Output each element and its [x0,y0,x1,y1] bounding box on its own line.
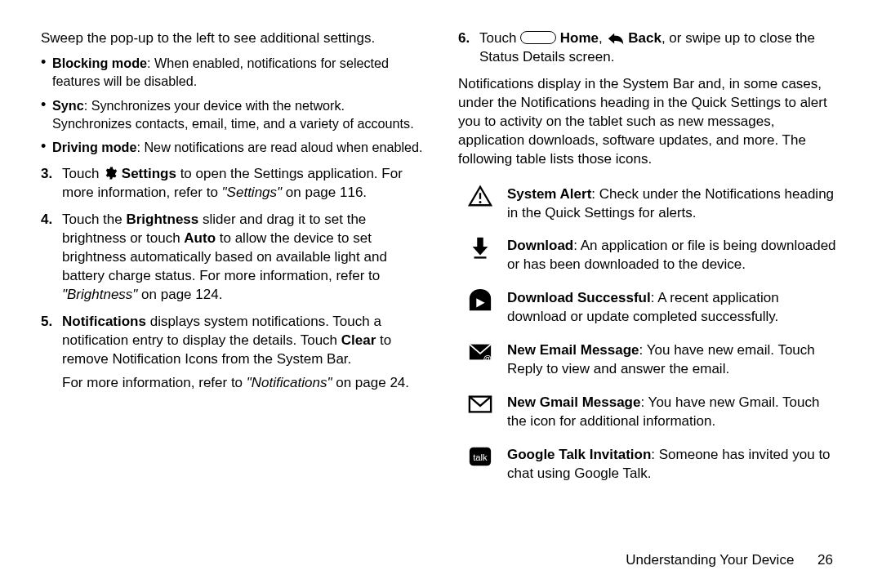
svg-text:talk: talk [473,452,488,462]
step-5-more: For more information, refer to "Notifica… [62,374,424,393]
download-successful-icon [468,287,492,312]
table-row: System Alert: Check under the Notificati… [458,180,841,233]
page-footer: Understanding Your Device 26 [626,551,833,570]
row-title: New Gmail Message [507,394,640,410]
steps-list-right: 6. Touch Home, Back, or swipe up to clos… [458,29,841,67]
gear-icon [103,166,118,180]
footer-page-number: 26 [817,552,833,568]
bullet-title: Driving mode [52,140,136,154]
bullet-title: Blocking mode [52,56,147,70]
table-row: talk Google Talk Invitation: Someone has… [458,441,841,493]
notifications-paragraph: Notifications display in the System Bar … [458,75,841,169]
step-text: Touch the Brightness slider and drag it … [62,212,387,302]
intro-text: Sweep the pop-up to the left to see addi… [41,29,424,48]
steps-list-left: 3. Touch Settings to open the Settings a… [41,165,424,392]
brightness-ref: "Brightness" [62,287,137,302]
google-talk-invitation-icon: talk [468,444,492,469]
system-alert-icon [468,184,492,208]
step-text: Touch Home, Back, or swipe up to close t… [479,30,815,65]
bullet-desc: : New notifications are read aloud when … [136,140,422,154]
bullet-desc: : Synchronizes your device with the netw… [52,98,414,131]
svg-point-1 [479,201,482,203]
notifications-ref: "Notifications" [247,375,332,390]
bullet-blocking-mode: Blocking mode: When enabled, notificatio… [41,55,424,91]
row-title: System Alert [507,186,591,202]
svg-text:@: @ [483,354,492,363]
svg-rect-3 [474,257,487,259]
row-title: New Email Message [507,342,639,358]
step-number: 3. [41,165,52,184]
step-5: 5. Notifications displays system notific… [41,313,424,393]
step-number: 6. [458,29,470,48]
step-number: 5. [41,313,52,332]
settings-ref: "Settings" [222,185,283,200]
download-icon [468,235,492,260]
feature-bullets: Blocking mode: When enabled, notificatio… [41,55,424,157]
step-4: 4. Touch the Brightness slider and drag … [41,211,424,305]
right-column: 6. Touch Home, Back, or swipe up to clos… [458,29,841,572]
step-6: 6. Touch Home, Back, or swipe up to clos… [458,29,841,67]
step-text: Touch Settings to open the Settings appl… [62,166,403,200]
step-text: Notifications displays system notificati… [62,314,391,367]
table-row: New Gmail Message: You have new Gmail. T… [458,389,841,441]
home-icon [520,31,556,44]
table-row: @ New Email Message: You have new email.… [458,336,841,389]
new-gmail-message-icon [468,392,492,416]
bullet-sync: Sync: Synchronizes your device with the … [41,97,424,133]
bullet-title: Sync [52,98,84,113]
step-3: 3. Touch Settings to open the Settings a… [41,165,424,203]
bullet-driving-mode: Driving mode: New notifications are read… [41,139,424,157]
svg-rect-2 [477,238,483,247]
step-number: 4. [41,211,52,229]
footer-section: Understanding Your Device [626,552,794,568]
row-title: Download [507,238,573,253]
row-title: Download Successful [507,290,651,305]
new-email-message-icon: @ [468,340,492,364]
back-icon [607,31,625,46]
table-row: Download: An application or file is bein… [458,232,841,284]
table-row: Download Successful: A recent applicatio… [458,284,841,336]
left-column: Sweep the pop-up to the left to see addi… [41,29,424,572]
notification-icons-table: System Alert: Check under the Notificati… [458,180,841,493]
row-title: Google Talk Invitation [507,447,651,462]
